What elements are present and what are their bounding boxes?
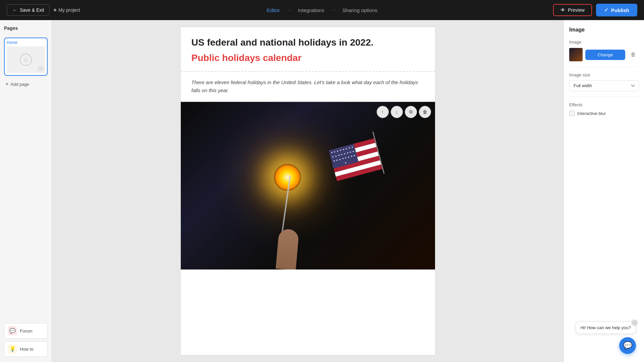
- publish-label: Publish: [611, 7, 629, 13]
- nav-arrow-1: →: [286, 7, 291, 13]
- article-subtitle: Public holidays calendar: [192, 52, 424, 64]
- image-move-up-button[interactable]: ↑: [377, 106, 389, 118]
- image-row: Change 🗑: [569, 48, 639, 61]
- forum-tool[interactable]: 💬 Forum: [4, 323, 48, 339]
- divider-2: [569, 97, 639, 97]
- page-options-dots[interactable]: ···: [37, 65, 44, 72]
- sparkle-effect: [274, 164, 301, 191]
- image-section-label: Image: [569, 40, 639, 45]
- add-page-label: Add page: [10, 82, 29, 87]
- article-image-container[interactable]: ★★★★★ ★★★★★ ★★★★★ ★★★★★ ★★★★★ ↑ ↓ ⧉: [181, 102, 435, 269]
- header-right: 👁 Preview ✓ Publish: [553, 4, 637, 16]
- nav-editor[interactable]: Editor: [264, 6, 282, 14]
- home-icon: ⌂: [20, 54, 32, 66]
- chat-messenger-icon: 💬: [623, 341, 632, 350]
- howto-icon: 💡: [8, 344, 17, 354]
- divider-1: [569, 67, 639, 67]
- hand-image: [275, 228, 299, 269]
- nav-arrow-2: →: [331, 7, 336, 13]
- chat-widget: Hi! How can we help you? − 💬: [576, 321, 636, 354]
- save-exit-button[interactable]: ← Save & Exit: [7, 4, 50, 16]
- check-icon: ✓: [604, 7, 608, 13]
- project-dot-icon: [54, 9, 56, 11]
- pages-title: Pages: [4, 25, 48, 31]
- image-move-down-button[interactable]: ↓: [391, 106, 403, 118]
- effects-title: Effects: [569, 102, 639, 107]
- forum-label: Forum: [20, 328, 33, 334]
- interactive-blur-checkbox[interactable]: [569, 111, 575, 116]
- image-toolbar: ↑ ↓ ⧉ 🗑: [377, 106, 431, 118]
- page-thumbnail-home[interactable]: Home ⌂ ···: [4, 38, 48, 76]
- article-intro-text: There are eleven federal holidays in the…: [192, 78, 424, 95]
- chat-bubble-container: Hi! How can we help you? −: [576, 321, 636, 334]
- article-header: US federal and national holidays in 2022…: [181, 27, 435, 72]
- plus-icon: +: [5, 81, 8, 87]
- image-duplicate-button[interactable]: ⧉: [405, 106, 417, 118]
- panel-title: Image: [569, 27, 639, 33]
- right-panel: Image Image Change 🗑 Image size Full wid…: [564, 20, 644, 362]
- article-image: ★★★★★ ★★★★★ ★★★★★ ★★★★★ ★★★★★: [181, 102, 435, 269]
- preview-label: Preview: [568, 7, 585, 13]
- effect-row: Interactive blur: [569, 111, 639, 116]
- howto-tool[interactable]: 💡 How to: [4, 341, 48, 357]
- top-header: ← Save & Exit My project Editor → Integr…: [0, 0, 644, 20]
- image-size-select[interactable]: Full width Medium Small: [569, 80, 639, 91]
- sidebar: Pages Home ⌂ ··· + Add page 💬 Forum 💡 Ho…: [0, 20, 52, 362]
- flag-image: ★★★★★ ★★★★★ ★★★★★ ★★★★★ ★★★★★: [329, 138, 382, 181]
- header-nav: Editor → Integrations → Sharing options: [264, 6, 380, 14]
- publish-button[interactable]: ✓ Publish: [596, 4, 637, 16]
- interactive-blur-label: Interactive blur: [577, 111, 606, 116]
- article-container: US federal and national holidays in 2022…: [180, 27, 435, 355]
- preview-button[interactable]: 👁 Preview: [553, 4, 592, 16]
- save-exit-label: Save & Exit: [20, 7, 44, 13]
- arrow-left-icon: ←: [12, 7, 17, 13]
- sidebar-bottom-tools: 💬 Forum 💡 How to: [4, 323, 48, 357]
- chat-bubble: Hi! How can we help you?: [576, 321, 636, 334]
- image-thumbnail: [569, 48, 583, 61]
- chat-close-button[interactable]: −: [631, 319, 638, 326]
- article-title: US federal and national holidays in 2022…: [192, 37, 424, 49]
- chat-open-button[interactable]: 💬: [619, 337, 636, 354]
- image-delete-button[interactable]: 🗑: [419, 106, 431, 118]
- flag: ★★★★★ ★★★★★ ★★★★★ ★★★★★ ★★★★★: [329, 138, 382, 181]
- nav-sharing-options[interactable]: Sharing options: [340, 6, 380, 14]
- nav-integrations[interactable]: Integrations: [295, 6, 327, 14]
- howto-label: How to: [20, 347, 33, 352]
- delete-image-button[interactable]: 🗑: [628, 49, 639, 60]
- sparkle-glow: [274, 164, 301, 191]
- article-intro: There are eleven federal holidays in the…: [181, 72, 435, 102]
- main-content: US federal and national holidays in 2022…: [52, 20, 564, 362]
- add-page-button[interactable]: + Add page: [4, 80, 48, 88]
- change-image-button[interactable]: Change: [585, 50, 625, 60]
- project-name: My project: [54, 7, 80, 13]
- eye-icon: 👁: [560, 7, 565, 13]
- main-layout: Pages Home ⌂ ··· + Add page 💬 Forum 💡 Ho…: [0, 20, 644, 362]
- page-thumb-label: Home: [7, 40, 45, 45]
- forum-icon: 💬: [8, 326, 17, 336]
- header-left: ← Save & Exit My project: [7, 4, 80, 16]
- image-size-label: Image size: [569, 72, 639, 77]
